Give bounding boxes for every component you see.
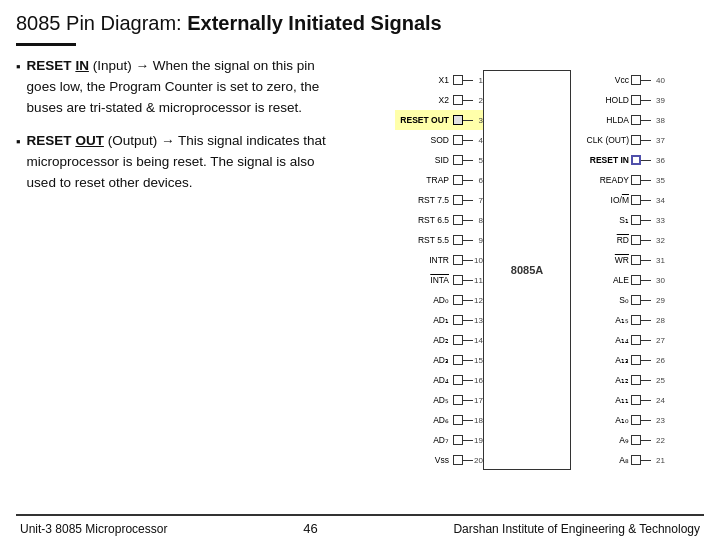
pin-num-1: 1: [479, 76, 483, 85]
pin-box-32: [631, 235, 641, 245]
pin-num-35: 35: [656, 176, 665, 185]
pin-box-29: [631, 295, 641, 305]
pin-line-14: [463, 340, 473, 341]
title-prefix: 8085 Pin Diagram:: [16, 12, 187, 34]
pin-num-30: 30: [656, 276, 665, 285]
pin-num-28: 28: [656, 316, 665, 325]
pin-box-31: [631, 255, 641, 265]
pin-label-hold: HOLD: [605, 95, 629, 105]
pin-box-35: [631, 175, 641, 185]
pin-label-reset-in: RESET IN: [590, 155, 629, 165]
pin-label-ad4: AD₄: [433, 375, 449, 385]
pin-num-18: 18: [474, 416, 483, 425]
pin-left-20: Vss 20: [395, 450, 483, 470]
pin-line-25: [641, 380, 651, 381]
pin-num-14: 14: [474, 336, 483, 345]
pin-line-5: [463, 160, 473, 161]
pin-box-8: [453, 215, 463, 225]
pin-left-3-reset-out: RESET OUT 3: [395, 110, 483, 130]
pin-label-ready: READY: [600, 175, 629, 185]
title-bold: Externally Initiated Signals: [187, 12, 442, 34]
pin-num-34: 34: [656, 196, 665, 205]
reset-out-term: RESET OUT: [27, 133, 104, 148]
pin-right-30: 30 ALE: [577, 270, 665, 290]
pin-left-7: RST 7.5 7: [395, 190, 483, 210]
pin-label-intr: INTR: [429, 255, 449, 265]
pin-num-5: 5: [479, 156, 483, 165]
pin-right-27: 27 A₁₄: [577, 330, 665, 350]
pin-line-27: [641, 340, 651, 341]
pin-line-13: [463, 320, 473, 321]
pin-line-19: [463, 440, 473, 441]
pin-line-35: [641, 180, 651, 181]
pin-left-1: X1 1: [395, 70, 483, 90]
pin-box-2: [453, 95, 463, 105]
pin-line-36: [641, 160, 651, 161]
pin-box-33: [631, 215, 641, 225]
pin-line-2: [463, 100, 473, 101]
pin-left-10: INTR 10: [395, 250, 483, 270]
pin-left-6: TRAP 6: [395, 170, 483, 190]
pin-box-9: [453, 235, 463, 245]
pin-num-32: 32: [656, 236, 665, 245]
pin-right-31: 31 WR: [577, 250, 665, 270]
pin-line-26: [641, 360, 651, 361]
pin-num-13: 13: [474, 316, 483, 325]
pin-line-22: [641, 440, 651, 441]
page: 8085 Pin Diagram: Externally Initiated S…: [0, 0, 720, 540]
pin-label-hlda: HLDA: [606, 115, 629, 125]
pin-line-37: [641, 140, 651, 141]
pin-right-22: 22 A₉: [577, 430, 665, 450]
pin-left-18: AD₆ 18: [395, 410, 483, 430]
pin-num-25: 25: [656, 376, 665, 385]
content-area: ▪ RESET IN (Input) → When the signal on …: [16, 56, 704, 514]
pin-box-12: [453, 295, 463, 305]
pin-left-4: SOD 4: [395, 130, 483, 150]
pin-box-13: [453, 315, 463, 325]
pin-right-23: 23 A₁₀: [577, 410, 665, 430]
pin-label-ad0: AD₀: [433, 295, 449, 305]
pin-line-40: [641, 80, 651, 81]
pin-right-37: 37 CLK (OUT): [577, 130, 665, 150]
pin-num-15: 15: [474, 356, 483, 365]
pin-num-17: 17: [474, 396, 483, 405]
pin-label-a15: A₁₅: [615, 315, 629, 325]
pin-right-21: 21 A₈: [577, 450, 665, 470]
pin-box-20: [453, 455, 463, 465]
pin-num-21: 21: [656, 456, 665, 465]
pin-label-s1: S₁: [619, 215, 629, 225]
bullet-text-2: RESET OUT (Output) → This signal indicat…: [27, 131, 346, 194]
pin-line-20: [463, 460, 473, 461]
pin-label-ad6: AD₆: [433, 415, 449, 425]
pin-num-27: 27: [656, 336, 665, 345]
pin-right-32: 32 RD: [577, 230, 665, 250]
pin-label-ad3: AD₃: [433, 355, 449, 365]
pin-line-30: [641, 280, 651, 281]
pin-label-x2: X2: [439, 95, 449, 105]
pin-line-39: [641, 100, 651, 101]
pin-box-25: [631, 375, 641, 385]
pin-line-10: [463, 260, 473, 261]
bullet-symbol-1: ▪: [16, 57, 21, 119]
pin-num-33: 33: [656, 216, 665, 225]
pin-line-15: [463, 360, 473, 361]
pin-num-3: 3: [479, 116, 483, 125]
pin-label-wr: WR: [615, 255, 629, 265]
pin-box-17: [453, 395, 463, 405]
pin-num-9: 9: [479, 236, 483, 245]
pin-line-4: [463, 140, 473, 141]
pin-line-12: [463, 300, 473, 301]
pin-label-clk: CLK (OUT): [587, 135, 630, 145]
pin-line-8: [463, 220, 473, 221]
pin-box-7: [453, 195, 463, 205]
pin-line-31: [641, 260, 651, 261]
bullet-symbol-2: ▪: [16, 132, 21, 194]
pin-num-38: 38: [656, 116, 665, 125]
pin-line-21: [641, 460, 651, 461]
pin-box-28: [631, 315, 641, 325]
footer: Unit-3 8085 Microprocessor 46 Darshan In…: [16, 514, 704, 540]
pin-num-16: 16: [474, 376, 483, 385]
pin-box-22: [631, 435, 641, 445]
pin-line-29: [641, 300, 651, 301]
pin-right-39: 39 HOLD: [577, 90, 665, 110]
